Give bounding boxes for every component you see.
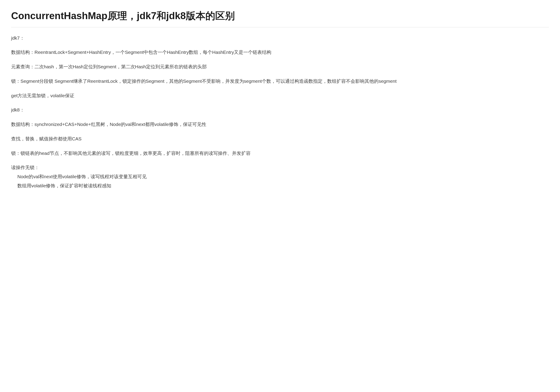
jdk8-read-no-lock: 读操作无锁：: [11, 164, 549, 172]
section-jdk7: jdk7：: [11, 34, 549, 42]
jdk8-node-volatile: Node的val和next使用volatile修饰，读写线程对该变量互相可见: [11, 173, 549, 181]
jdk8-array-volatile: 数组用volatile修饰，保证扩容时被读线程感知: [11, 182, 549, 190]
jdk7-get-method: get方法无需加锁，volatile保证: [11, 92, 549, 100]
jdk7-data-structure: 数据结构：ReentrantLock+Segment+HashEntry，一个S…: [11, 48, 549, 57]
jdk8-data-structure: 数据结构：synchronized+CAS+Node+红黑树，Node的val和…: [11, 120, 549, 128]
jdk7-lock: 锁：Segment分段锁 Segment继承了ReentrantLock，锁定操…: [11, 77, 549, 85]
jdk8-lock: 锁：锁链表的head节点，不影响其他元素的读写，锁粒度更细，效率更高，扩容时，阻…: [11, 149, 549, 157]
page-title: ConcurrentHashMap原理，jdk7和jdk8版本的区别: [11, 9, 549, 23]
title-divider: [11, 27, 549, 27]
jdk7-element-query: 元素查询：二次hash，第一次Hash定位到Segment，第二次Hash定位到…: [11, 63, 549, 71]
jdk8-cas-operations: 查找，替换，赋值操作都使用CAS: [11, 135, 549, 143]
section-jdk8: jdk8：: [11, 106, 549, 114]
